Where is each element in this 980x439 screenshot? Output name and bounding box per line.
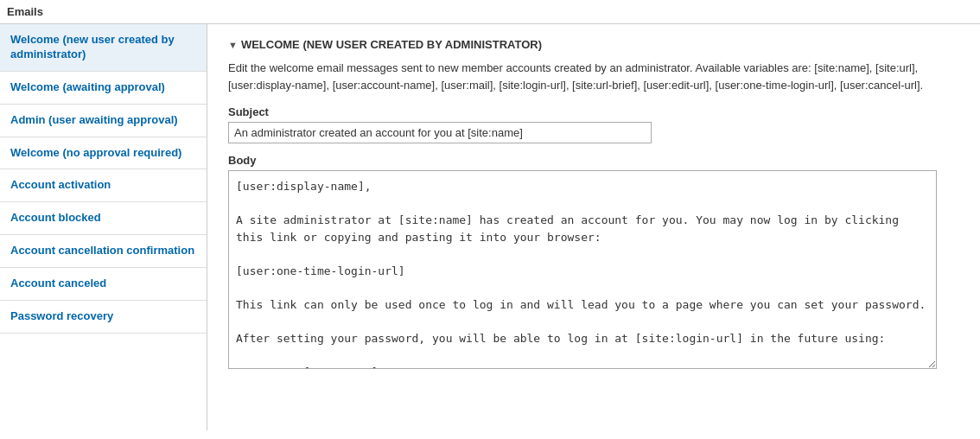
subject-input[interactable] — [228, 122, 652, 143]
page-header: Emails — [0, 0, 980, 24]
section-title-text: WELCOME (NEW USER CREATED BY ADMINISTRAT… — [241, 38, 542, 51]
sidebar-item-welcome-approval[interactable]: Welcome (awaiting approval) — [0, 72, 207, 105]
sidebar-item-account-blocked[interactable]: Account blocked — [0, 202, 207, 235]
triangle-icon: ▼ — [228, 40, 238, 50]
section-title-row: ▼ WELCOME (NEW USER CREATED BY ADMINISTR… — [228, 38, 959, 51]
section-description: Edit the welcome email messages sent to … — [228, 60, 959, 93]
body-label: Body — [228, 154, 959, 167]
sidebar-item-welcome-admin[interactable]: Welcome (new user created by administrat… — [0, 24, 207, 72]
sidebar-item-account-canceled[interactable]: Account canceled — [0, 268, 207, 301]
sidebar-item-account-cancellation[interactable]: Account cancellation confirmation — [0, 235, 207, 268]
body-textarea[interactable] — [228, 170, 937, 369]
subject-label: Subject — [228, 105, 959, 118]
sidebar-item-welcome-no-approval[interactable]: Welcome (no approval required) — [0, 137, 207, 170]
header-title: Emails — [7, 5, 43, 18]
sidebar: Welcome (new user created by administrat… — [0, 24, 207, 430]
main-content: ▼ WELCOME (NEW USER CREATED BY ADMINISTR… — [207, 24, 980, 430]
sidebar-item-account-activation[interactable]: Account activation — [0, 169, 207, 202]
sidebar-item-admin-approval[interactable]: Admin (user awaiting approval) — [0, 105, 207, 137]
sidebar-item-password-recovery[interactable]: Password recovery — [0, 301, 207, 334]
